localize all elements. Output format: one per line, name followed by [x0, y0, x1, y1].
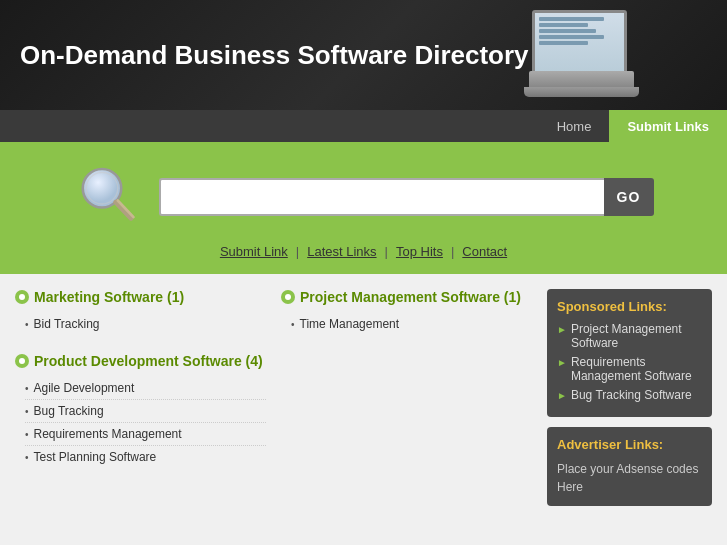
arrow-icon-1: ►	[557, 324, 567, 335]
submit-link[interactable]: Submit Link	[212, 244, 296, 259]
left-column: Marketing Software (1) • Bid Tracking Pr…	[15, 289, 266, 539]
category-product-dev: Product Development Software (4) • Agile…	[15, 353, 266, 468]
list-item: • Bid Tracking	[25, 313, 266, 335]
marketing-items: • Bid Tracking	[15, 313, 266, 335]
bullet: •	[25, 429, 29, 440]
go-button[interactable]: GO	[604, 178, 654, 216]
sidebar: Sponsored Links: ► Project Management So…	[547, 289, 712, 539]
category-product-dev-title: Product Development Software (4)	[15, 353, 266, 369]
category-marketing: Marketing Software (1) • Bid Tracking	[15, 289, 266, 335]
magnifier-icon	[74, 162, 144, 232]
laptop-base	[524, 87, 639, 97]
cat-icon-product-dev	[15, 354, 29, 368]
screen-bar-4	[539, 35, 604, 39]
search-input[interactable]	[159, 178, 604, 216]
advertiser-box: Advertiser Links: Place your Adsense cod…	[547, 427, 712, 506]
arrow-icon-3: ►	[557, 390, 567, 401]
nav-bar: Home Submit Links	[0, 110, 727, 142]
bullet: •	[25, 452, 29, 463]
sponsored-link-2[interactable]: ► Requirements Management Software	[557, 355, 702, 383]
list-item: • Bug Tracking	[25, 400, 266, 423]
bullet: •	[291, 319, 295, 330]
list-item: • Time Management	[291, 313, 532, 335]
time-mgmt-link[interactable]: Time Management	[300, 317, 400, 331]
bug-tracking-link[interactable]: Bug Tracking	[34, 404, 104, 418]
list-item: • Agile Development	[25, 377, 266, 400]
search-row: GO	[74, 162, 654, 232]
bullet: •	[25, 319, 29, 330]
sponsored-box: Sponsored Links: ► Project Management So…	[547, 289, 712, 417]
nav-submit-links[interactable]: Submit Links	[609, 110, 727, 142]
agile-dev-link[interactable]: Agile Development	[34, 381, 135, 395]
category-project-mgmt: Project Management Software (1) • Time M…	[281, 289, 532, 335]
sponsored-link-1[interactable]: ► Project Management Software	[557, 322, 702, 350]
category-marketing-title: Marketing Software (1)	[15, 289, 266, 305]
screen-bar-1	[539, 17, 604, 21]
arrow-icon-2: ►	[557, 357, 567, 368]
test-planning-link[interactable]: Test Planning Software	[34, 450, 157, 464]
screen-bar-3	[539, 29, 596, 33]
advertiser-text: Place your Adsense codes Here	[557, 460, 702, 496]
top-hits[interactable]: Top Hits	[388, 244, 451, 259]
cat-icon-project-mgmt	[281, 290, 295, 304]
search-input-wrap: GO	[159, 178, 654, 216]
contact[interactable]: Contact	[454, 244, 515, 259]
laptop-keyboard	[529, 71, 634, 87]
search-links: Submit Link | Latest Links | Top Hits | …	[212, 244, 515, 259]
list-item: • Test Planning Software	[25, 446, 266, 468]
site-title: On-Demand Business Software Directory	[0, 40, 549, 71]
bullet: •	[25, 406, 29, 417]
nav-home[interactable]: Home	[539, 110, 610, 142]
category-project-mgmt-title: Project Management Software (1)	[281, 289, 532, 305]
right-column: Project Management Software (1) • Time M…	[281, 289, 532, 539]
sponsored-title: Sponsored Links:	[557, 299, 702, 314]
advertiser-title: Advertiser Links:	[557, 437, 702, 452]
cat-icon-marketing	[15, 290, 29, 304]
content-left: Marketing Software (1) • Bid Tracking Pr…	[15, 289, 532, 539]
product-dev-items: • Agile Development • Bug Tracking • Req…	[15, 377, 266, 468]
main-content: Marketing Software (1) • Bid Tracking Pr…	[0, 274, 727, 545]
requirements-mgmt-link[interactable]: Requirements Management	[34, 427, 182, 441]
screen-bar-2	[539, 23, 588, 27]
project-mgmt-items: • Time Management	[281, 313, 532, 335]
bullet: •	[25, 383, 29, 394]
header: On-Demand Business Software Directory	[0, 0, 727, 110]
search-section: GO Submit Link | Latest Links | Top Hits…	[0, 142, 727, 274]
list-item: • Requirements Management	[25, 423, 266, 446]
sponsored-link-3[interactable]: ► Bug Tracking Software	[557, 388, 702, 402]
latest-links[interactable]: Latest Links	[299, 244, 384, 259]
bid-tracking-link[interactable]: Bid Tracking	[34, 317, 100, 331]
